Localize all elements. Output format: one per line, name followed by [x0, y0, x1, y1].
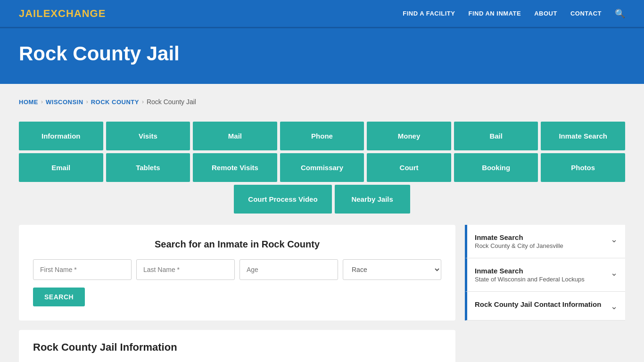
btn-phone[interactable]: Phone	[280, 122, 364, 150]
logo-exchange: EXCHANGE	[43, 8, 106, 19]
btn-court[interactable]: Court	[367, 153, 451, 182]
chevron-down-icon-2: ⌄	[611, 268, 618, 278]
logo-jail: JAIL	[19, 8, 43, 19]
race-select[interactable]: Race	[343, 259, 441, 280]
breadcrumb: Home › Wisconsin › Rock County › Rock Co…	[19, 93, 625, 110]
content-wrapper: Home › Wisconsin › Rock County › Rock Co…	[0, 84, 644, 362]
sidebar-item-1-text: Inmate Search Rock County & City of Jane…	[475, 233, 563, 249]
sidebar-item-3-text: Rock County Jail Contact Information	[475, 300, 601, 309]
btn-photos[interactable]: Photos	[541, 153, 625, 182]
sidebar-item-2-subtitle: State of Wisconsin and Federal Lockups	[475, 276, 585, 283]
nav-buttons-row1: Information Visits Mail Phone Money Bail…	[19, 122, 625, 150]
site-logo[interactable]: JAILEXCHANGE	[19, 8, 106, 20]
sidebar-item-1-subtitle: Rock County & City of Janesville	[475, 242, 563, 249]
info-section: Rock County Jail Information	[19, 330, 455, 362]
search-title: Search for an Inmate in Rock County	[33, 239, 441, 250]
btn-remote-visits[interactable]: Remote Visits	[193, 153, 277, 182]
btn-nearby-jails[interactable]: Nearby Jails	[335, 185, 410, 214]
sidebar-item-2[interactable]: Inmate Search State of Wisconsin and Fed…	[465, 258, 625, 292]
sidebar-item-2-title: Inmate Search	[475, 267, 585, 275]
btn-email[interactable]: Email	[19, 153, 103, 182]
info-title: Rock County Jail Information	[33, 341, 441, 354]
nav-buttons-row2: Email Tablets Remote Visits Commissary C…	[19, 153, 625, 182]
sidebar-item-1-title: Inmate Search	[475, 233, 563, 241]
nav-contact[interactable]: CONTACT	[570, 10, 602, 17]
first-name-input[interactable]	[33, 259, 132, 280]
right-sidebar: Inmate Search Rock County & City of Jane…	[465, 225, 625, 321]
sidebar-item-3-title: Rock County Jail Contact Information	[475, 300, 601, 308]
sidebar-item-1[interactable]: Inmate Search Rock County & City of Jane…	[465, 225, 625, 258]
left-panel: Search for an Inmate in Rock County Race…	[19, 225, 455, 362]
breadcrumb-sep-3: ›	[142, 99, 144, 105]
btn-money[interactable]: Money	[367, 122, 451, 150]
inmate-search-box: Search for an Inmate in Rock County Race…	[19, 225, 455, 321]
btn-visits[interactable]: Visits	[106, 122, 190, 150]
age-input[interactable]	[239, 259, 338, 280]
btn-tablets[interactable]: Tablets	[106, 153, 190, 182]
main-body: Search for an Inmate in Rock County Race…	[19, 225, 625, 362]
nav-find-inmate[interactable]: FIND AN INMATE	[468, 10, 521, 17]
btn-mail[interactable]: Mail	[193, 122, 277, 150]
breadcrumb-current: Rock County Jail	[147, 98, 196, 106]
btn-information[interactable]: Information	[19, 122, 103, 150]
btn-inmate-search[interactable]: Inmate Search	[541, 122, 625, 150]
hero-section: Rock County Jail	[0, 28, 644, 84]
breadcrumb-sep-2: ›	[86, 99, 88, 105]
breadcrumb-wisconsin[interactable]: Wisconsin	[46, 99, 83, 106]
chevron-down-icon-3: ⌄	[611, 301, 618, 312]
sidebar-item-2-text: Inmate Search State of Wisconsin and Fed…	[475, 267, 585, 283]
sidebar-item-3[interactable]: Rock County Jail Contact Information ⌄	[465, 292, 625, 321]
search-icon-button[interactable]: 🔍	[615, 8, 625, 19]
btn-bail[interactable]: Bail	[454, 122, 538, 150]
nav-about[interactable]: ABOUT	[534, 10, 557, 17]
btn-court-process-video[interactable]: Court Process Video	[234, 185, 331, 214]
page-title: Rock County Jail	[19, 42, 625, 65]
main-nav: FIND A FACILITY FIND AN INMATE ABOUT CON…	[403, 8, 625, 19]
search-fields: Race	[33, 259, 441, 280]
nav-find-facility[interactable]: FIND A FACILITY	[403, 10, 455, 17]
btn-booking[interactable]: Booking	[454, 153, 538, 182]
breadcrumb-home[interactable]: Home	[19, 99, 38, 106]
site-header: JAILEXCHANGE FIND A FACILITY FIND AN INM…	[0, 0, 644, 28]
breadcrumb-sep-1: ›	[41, 99, 43, 105]
last-name-input[interactable]	[136, 259, 235, 280]
nav-buttons-row3: Court Process Video Nearby Jails	[19, 185, 625, 214]
btn-commissary[interactable]: Commissary	[280, 153, 364, 182]
chevron-down-icon-1: ⌄	[611, 234, 618, 245]
search-button[interactable]: SEARCH	[33, 288, 85, 306]
breadcrumb-rock-county[interactable]: Rock County	[91, 99, 139, 106]
